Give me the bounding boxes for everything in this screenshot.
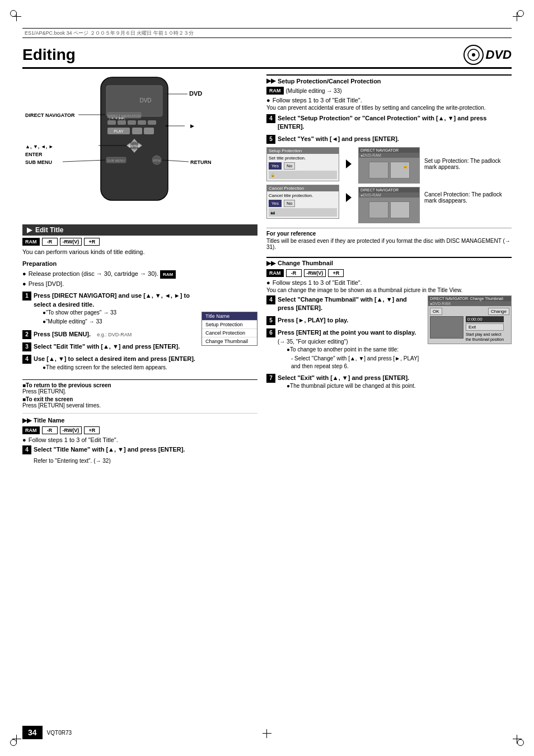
ct-header: ▶▶ Change Thumbnail	[266, 257, 512, 267]
tn-badge-ram: RAM	[22, 426, 40, 434]
svg-text:RETURN: RETURN	[190, 159, 212, 165]
ct-thumb-img	[430, 316, 463, 339]
change-thumbnail-section: ▶▶ Change Thumbnail RAM -R -RW(V) +R ● F…	[266, 257, 512, 395]
for-ref-title: For your reference	[266, 231, 512, 237]
svg-rect-9	[148, 120, 156, 125]
tn-badge-rw: -RW(V)	[60, 426, 82, 434]
step-3: 3 Select "Edit Title" with [▲, ▼] and pr…	[22, 342, 197, 351]
svg-text:📷: 📷	[270, 210, 275, 215]
cross-bl	[12, 735, 21, 744]
ct-time: 0:00:00	[466, 316, 504, 322]
remote-control-area: DVD PLAY	[22, 74, 246, 220]
svg-text:RTN: RTN	[153, 159, 160, 162]
svg-text:DIRECT NAVIGATOR: DIRECT NAVIGATOR	[25, 112, 75, 118]
sp-badges: RAM (Multiple editing → 33)	[266, 87, 512, 95]
setup-prot-hdr: Setup Protection	[267, 148, 339, 154]
ct-step1: ● Follow steps 1 to 3 of "Edit Title".	[266, 279, 512, 286]
badge-plus-r: +R	[84, 238, 100, 246]
tn-step4: 4 Select "Title Name" with [▲, ▼] and pr…	[22, 445, 257, 454]
ct-step4: 4 Select "Change Thumbnail" with [▲, ▼] …	[266, 295, 423, 313]
sp-intro: You can prevent accidental erasure of ti…	[266, 105, 512, 111]
svg-text:SUB MENU: SUB MENU	[25, 159, 52, 165]
svg-text:DVD: DVD	[189, 90, 202, 97]
svg-text:ENTER: ENTER	[25, 152, 43, 157]
cross-br	[513, 735, 522, 744]
ct-badges: RAM -R -RW(V) +R	[266, 269, 512, 277]
prot-captions: Set up Protection: The padlock mark appe…	[424, 147, 512, 214]
dropdown-menu-box: Title Name Setup Protection Cancel Prote…	[202, 312, 257, 346]
svg-text:ENTER: ENTER	[129, 144, 140, 148]
nav-screen-2: DIRECT NAVIGATOR ●DVD-RAM	[358, 187, 420, 223]
badge-r: -R	[42, 238, 58, 246]
setup-caption: Set up Protection: The padlock mark appe…	[424, 158, 512, 170]
svg-rect-5	[107, 120, 116, 125]
svg-text:🔒: 🔒	[270, 172, 275, 177]
title-name-section: ▶▶ Title Name RAM -R -RW(V) +R ● Follow …	[22, 413, 257, 464]
svg-text:DVD: DVD	[139, 97, 151, 104]
right-column: ▶▶ Setup Protection/Cancel Protection RA…	[266, 74, 512, 464]
svg-rect-8	[138, 120, 146, 125]
arrow-1	[346, 159, 352, 168]
return-exit-info: ■To return to the previous screen Press …	[22, 379, 257, 408]
sp-screenshots-row: Setup Protection Set title protection. Y…	[266, 147, 512, 223]
remote-svg: DVD PLAY	[22, 74, 246, 217]
exit-screen: ■To exit the screen Press [RETURN] sever…	[22, 396, 257, 408]
menu-item-cancel-protection: Cancel Protection	[202, 329, 257, 337]
step-1: 1 Press [DIRECT NAVIGATOR] and use [▲, ▼…	[22, 292, 197, 327]
cancel-prot-screen: Cancel Protection Cancel title protectio…	[266, 185, 339, 219]
preparation-label: Preparation	[22, 260, 257, 268]
svg-rect-7	[128, 120, 136, 125]
header-strip: ES1/AP&PC.book 34 ページ ２００５年９月６日 火曜日 午前１０…	[22, 28, 512, 38]
ct-step7: 7 Select "Exit" with [▲, ▼] and press [E…	[266, 374, 423, 391]
svg-rect-6	[118, 120, 126, 125]
menu-item-change-thumbnail: Change Thumbnail	[202, 337, 257, 345]
prep-item-2: ● Press [DVD].	[22, 280, 257, 288]
menu-item-title-name: Title Name	[202, 312, 257, 321]
tn-note: Refer to "Entering text". (→ 32)	[34, 458, 257, 464]
edit-title-header: ▶ Edit Title	[22, 224, 257, 236]
step-2: 2 Press [SUB MENU]. e.g.: DVD-RAM	[22, 330, 197, 339]
header-file-info: ES1/AP&PC.book 34 ページ ２００５年９月６日 火曜日 午前１０…	[25, 30, 194, 37]
cross-tl	[12, 12, 21, 21]
page-title-text: Editing	[22, 46, 76, 64]
dvd-logo: DVD	[463, 45, 512, 65]
main-content: Editing DVD DVD	[22, 45, 512, 722]
svg-text:|◄◄: |◄◄	[109, 116, 118, 120]
ct-intro: You can change the image to be shown as …	[266, 287, 512, 293]
menu-item-setup-protection: Setup Protection	[202, 321, 257, 329]
ct-badge-r: -R	[286, 269, 302, 277]
preparation-block: Preparation ● Release protection (disc →…	[22, 260, 257, 288]
nav-screen-1: DIRECT NAVIGATOR ●DVD-RAM 🔒	[358, 147, 420, 184]
dvd-logo-text: DVD	[486, 48, 512, 62]
sp-step1: ● Follow steps 1 to 3 of "Edit Title".	[266, 97, 512, 104]
svg-rect-13	[144, 128, 154, 134]
steps-and-menu: 1 Press [DIRECT NAVIGATOR] and use [▲, ▼…	[22, 292, 257, 375]
ct-steps: 4 Select "Change Thumbnail" with [▲, ▼] …	[266, 295, 423, 395]
svg-text:▲, ▼, ◄, ►: ▲, ▼, ◄, ►	[25, 144, 54, 149]
svg-line-36	[63, 160, 105, 162]
cross-tr	[513, 12, 522, 21]
edit-title-label: Edit Title	[35, 226, 63, 234]
sp-step4: 4 Select "Setup Protection" or "Cancel P…	[266, 114, 512, 132]
ct-exit-btn: Exit	[466, 323, 504, 331]
svg-text:SUB MENU: SUB MENU	[107, 159, 125, 162]
edit-title-intro: You can perform various kinds of title e…	[22, 248, 257, 256]
svg-text:PLAY: PLAY	[114, 129, 124, 133]
svg-text:▶▶|: ▶▶|	[119, 116, 125, 120]
ct-ok-btn: OK	[430, 308, 442, 315]
nav-screens: DIRECT NAVIGATOR ●DVD-RAM 🔒	[358, 147, 420, 223]
return-to-prev: ■To return to the previous screen Press …	[22, 382, 257, 395]
ct-change-btn: Change	[488, 308, 509, 315]
svg-text:▶: ▶	[190, 123, 194, 129]
badge-ram: RAM	[22, 238, 40, 246]
prep-item-1: ● Release protection (disc → 30, cartrid…	[22, 270, 257, 279]
ct-step6: 6 Press [ENTER] at the point you want to…	[266, 328, 423, 370]
step-4: 4 Use [▲, ▼] to select a desired item an…	[22, 355, 197, 372]
sp-step5: 5 Select "Yes" with [◄] and press [ENTER…	[266, 135, 512, 144]
ct-screen-hdr: DIRECT NAVIGATOR: Change Thumbnail	[428, 296, 511, 301]
ct-steps-row: 4 Select "Change Thumbnail" with [▲, ▼] …	[266, 295, 512, 395]
bottom-center-cross	[263, 729, 271, 738]
title-name-header: ▶▶ Title Name	[22, 417, 257, 424]
sp-yes-btn: Yes	[269, 162, 282, 170]
vqt-code: VQT0R73	[47, 730, 72, 736]
